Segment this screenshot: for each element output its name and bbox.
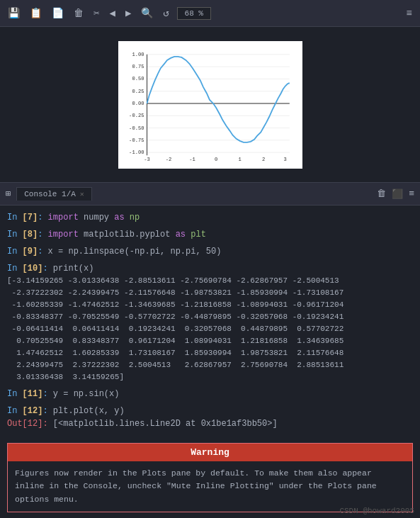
tab-close-icon[interactable]: ✕ <box>80 190 84 198</box>
search-icon[interactable]: 🔍 <box>139 5 155 21</box>
copy-icon[interactable]: 📋 <box>28 5 44 21</box>
line-7: In [7]: import numpy as np <box>7 211 413 224</box>
svg-text:-1.00: -1.00 <box>129 150 144 155</box>
warning-box: Warning Figures now render in the Plots … <box>7 443 413 512</box>
console-tabbar-actions: 🗑 ⬛ ≡ <box>377 188 414 200</box>
watermark: CSDN @howard2005 <box>339 507 414 515</box>
line-8: In [8]: import matplotlib.pyplot as plt <box>7 228 413 241</box>
svg-text:-1: -1 <box>189 157 195 162</box>
svg-text:-2: -2 <box>165 157 171 162</box>
plot-container: 1.00 0.75 0.50 0.25 0.00 -0.25 -0.50 -0.… <box>118 41 302 169</box>
svg-text:0.25: 0.25 <box>132 88 144 94</box>
trash-icon[interactable]: 🗑 <box>72 6 86 21</box>
line-9: In [9]: x = np.linspace(-np.pi, np.pi, 5… <box>7 245 413 258</box>
zoom-input[interactable]: 68 % <box>177 7 211 20</box>
line-12: In [12]: plt.plot(x, y) <box>7 405 413 417</box>
svg-text:0.00: 0.00 <box>132 101 144 106</box>
console-tab-icon: ⊞ <box>6 188 11 199</box>
arrow-left-icon[interactable]: ◀ <box>107 5 117 21</box>
line-10: In [10]: print(x) <box>7 262 413 275</box>
svg-text:-0.75: -0.75 <box>129 137 144 142</box>
output-10: [-3.14159265 -3.01336438 -2.88513611 -2.… <box>7 275 413 383</box>
console-content[interactable]: In [7]: import numpy as np In [8]: impor… <box>0 205 420 437</box>
line-11: In [11]: y = np.sin(x) <box>7 388 413 400</box>
svg-text:-3: -3 <box>144 157 150 162</box>
svg-text:1: 1 <box>238 157 241 162</box>
console-tabbar: ⊞ Console 1/A ✕ 🗑 ⬛ ≡ <box>0 183 420 205</box>
svg-text:2: 2 <box>262 157 265 162</box>
sine-plot: 1.00 0.75 0.50 0.25 0.00 -0.25 -0.50 -0.… <box>124 47 297 163</box>
stop-icon[interactable]: ⬛ <box>392 188 403 200</box>
warning-body: Figures now render in the Plots pane by … <box>8 461 412 512</box>
svg-text:0.75: 0.75 <box>132 64 144 69</box>
out-12: Out[12]: [<matplotlib.lines.Line2D at 0x… <box>7 417 413 430</box>
console-tab[interactable]: Console 1/A ✕ <box>16 187 92 201</box>
arrow-right-icon[interactable]: ▶ <box>123 5 133 21</box>
svg-text:-0.25: -0.25 <box>129 113 144 118</box>
clipboard-icon[interactable]: 📄 <box>50 5 66 21</box>
warning-header: Warning <box>8 444 412 461</box>
svg-rect-0 <box>124 47 297 162</box>
svg-text:0.50: 0.50 <box>132 76 144 81</box>
svg-text:0: 0 <box>214 157 217 162</box>
toolbar: 💾 📋 📄 🗑 ✂ ◀ ▶ 🔍 ↺ 68 % ≡ <box>0 0 420 27</box>
svg-text:-0.50: -0.50 <box>129 125 144 130</box>
svg-text:1.00: 1.00 <box>132 51 144 57</box>
menu-icon[interactable]: ≡ <box>404 6 414 21</box>
console-menu-icon[interactable]: ≡ <box>409 188 414 200</box>
console-area: ⊞ Console 1/A ✕ 🗑 ⬛ ≡ In [7]: import num… <box>0 183 420 518</box>
trash-console-icon[interactable]: 🗑 <box>377 188 386 200</box>
console-tab-label: Console 1/A <box>24 190 76 198</box>
svg-text:3: 3 <box>283 157 286 162</box>
refresh-icon[interactable]: ↺ <box>161 5 171 21</box>
plot-area: 1.00 0.75 0.50 0.25 0.00 -0.25 -0.50 -0.… <box>0 27 420 183</box>
save-icon[interactable]: 💾 <box>6 5 22 21</box>
cut-icon[interactable]: ✂ <box>91 5 101 21</box>
